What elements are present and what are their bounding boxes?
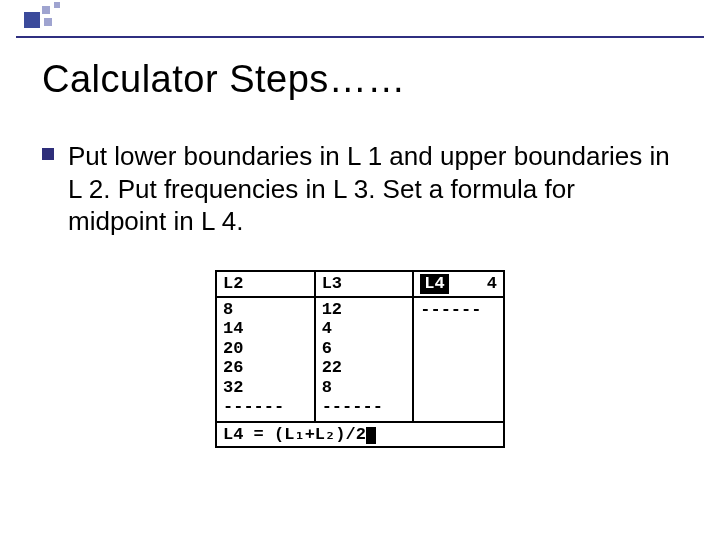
formula-line: L4 = (L₁+L₂)/2 bbox=[217, 421, 503, 447]
corner-decoration bbox=[0, 0, 66, 36]
deco-square-icon bbox=[24, 12, 40, 28]
cell: 22 bbox=[322, 358, 407, 378]
cell: 14 bbox=[223, 319, 308, 339]
header-L4: L4 4 bbox=[414, 272, 503, 296]
slide: Calculator Steps…… Put lower boundaries … bbox=[0, 0, 720, 540]
bullet-item: Put lower boundaries in L 1 and upper bo… bbox=[42, 140, 678, 238]
header-L4-highlight: L4 bbox=[420, 274, 448, 294]
cell: 32 bbox=[223, 378, 308, 398]
cell: 4 bbox=[322, 319, 407, 339]
bullet-text: Put lower boundaries in L 1 and upper bo… bbox=[68, 140, 678, 238]
header-L2: L2 bbox=[217, 272, 316, 296]
formula-prefix: L4 = bbox=[223, 425, 264, 444]
cell: 8 bbox=[223, 300, 308, 320]
cursor-icon bbox=[366, 427, 376, 444]
col-L2-values: 8 14 20 26 32 ------ bbox=[217, 298, 316, 421]
divider bbox=[16, 36, 704, 38]
cell: ------ bbox=[223, 397, 308, 417]
deco-square-icon bbox=[42, 6, 50, 14]
cell: 26 bbox=[223, 358, 308, 378]
header-L3: L3 bbox=[316, 272, 415, 296]
slide-title: Calculator Steps…… bbox=[42, 58, 406, 101]
body: Put lower boundaries in L 1 and upper bo… bbox=[42, 140, 678, 238]
list-header-row: L2 L3 L4 4 bbox=[217, 272, 503, 298]
cell: ------ bbox=[322, 397, 407, 417]
bullet-icon bbox=[42, 148, 54, 160]
cell: ------ bbox=[420, 300, 497, 320]
cell: 8 bbox=[322, 378, 407, 398]
calculator-screen: L2 L3 L4 4 8 14 20 26 32 ------ 12 bbox=[215, 270, 505, 448]
list-values-row: 8 14 20 26 32 ------ 12 4 6 22 8 ------ … bbox=[217, 298, 503, 421]
deco-square-icon bbox=[54, 2, 60, 8]
col-L3-values: 12 4 6 22 8 ------ bbox=[316, 298, 415, 421]
cell: 12 bbox=[322, 300, 407, 320]
col-L4-values: ------ bbox=[414, 298, 503, 421]
cell: 6 bbox=[322, 339, 407, 359]
formula-body: (L₁+L₂)/2 bbox=[274, 425, 366, 444]
calculator-figure: L2 L3 L4 4 8 14 20 26 32 ------ 12 bbox=[0, 270, 720, 448]
deco-square-icon bbox=[44, 18, 52, 26]
header-L4-index: 4 bbox=[487, 274, 497, 294]
cell: 20 bbox=[223, 339, 308, 359]
